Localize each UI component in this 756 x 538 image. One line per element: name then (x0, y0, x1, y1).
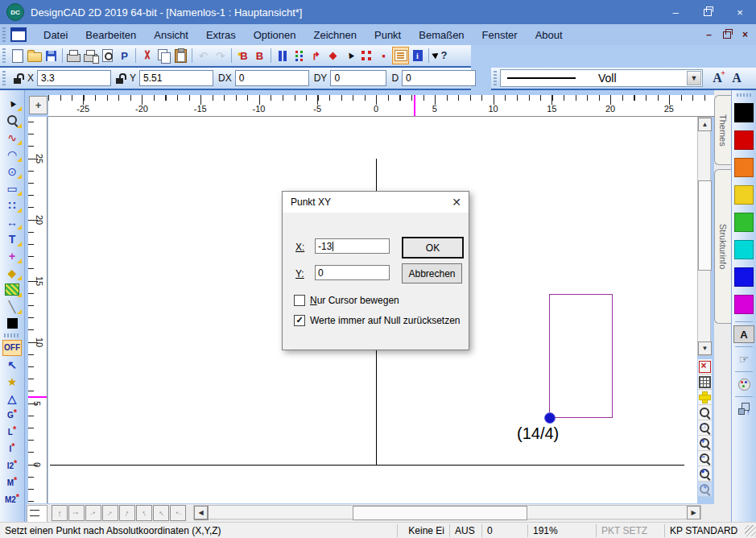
point-display-mode-button[interactable] (291, 47, 308, 64)
font-button[interactable]: A (733, 325, 754, 343)
menu-extras[interactable]: Extras (197, 29, 245, 41)
selection-handles-button[interactable] (358, 47, 375, 64)
drawn-point[interactable] (544, 412, 556, 424)
select-point-button[interactable]: ▪ (375, 47, 392, 64)
toolbar-grip[interactable] (2, 27, 6, 42)
coord-dy-input[interactable]: 0 (330, 70, 386, 86)
rectangle-tool-button[interactable]: ▭ (2, 180, 23, 197)
color-swatch[interactable] (734, 267, 754, 287)
coord-dx-input[interactable]: 0 (235, 70, 309, 86)
color-swatch[interactable] (734, 295, 754, 314)
pointer-hand-button[interactable]: ☞ (733, 350, 754, 368)
menu-bearbeiten[interactable]: Bearbeiten (76, 29, 145, 41)
snap-off-button[interactable]: OFF (2, 339, 23, 356)
move-cursor-only-checkbox[interactable] (294, 295, 305, 306)
mdi-restore-button[interactable] (723, 31, 731, 39)
menu-zeichnen[interactable]: Zeichnen (305, 29, 366, 41)
arrow-up-left-low-button[interactable]: ↑ (170, 505, 186, 521)
crosshair-toggle-button[interactable] (698, 390, 712, 405)
vertical-scrollbar[interactable]: ▲ ▼ (697, 117, 711, 356)
coord-d-input[interactable]: 0 (402, 70, 476, 86)
curve-tool-button[interactable]: ◠ (2, 146, 23, 163)
snap-midpoint-button[interactable]: M* (2, 474, 23, 491)
menu-punkt[interactable]: Punkt (366, 29, 410, 41)
reset-values-checkbox[interactable]: ✓ (294, 315, 305, 326)
scroll-left-button[interactable]: ◀ (194, 506, 208, 519)
arrow-up-right-steep-button[interactable]: ↑ (119, 505, 135, 521)
minimize-button[interactable]: – (659, 0, 692, 24)
hatch-tool-button[interactable] (2, 281, 23, 298)
lock-y-icon[interactable] (116, 73, 125, 84)
color-swatch[interactable] (734, 158, 754, 177)
print-preview-button[interactable] (82, 47, 99, 64)
color-swatch[interactable] (734, 240, 754, 259)
line-style-select[interactable]: Voll ▼ (500, 69, 703, 87)
toolbar-grip[interactable] (2, 71, 6, 85)
snap-line-button[interactable]: L* (2, 424, 23, 441)
color-palette-button[interactable] (733, 375, 754, 393)
dialog-title-bar[interactable]: Punkt XY ✕ (283, 192, 469, 213)
zoom-in-button[interactable]: + (698, 436, 712, 451)
toolbar-grip[interactable] (494, 71, 497, 85)
color-swatch[interactable] (734, 185, 754, 205)
tab-strukturinfo[interactable]: Strukturinfo (714, 169, 731, 324)
new-file-button[interactable] (9, 47, 26, 64)
x-input[interactable]: -13 (315, 238, 390, 254)
scroll-up-button[interactable]: ▲ (698, 118, 712, 131)
zoom-tool-button[interactable] (2, 112, 23, 129)
menu-datei[interactable]: Datei (35, 29, 76, 41)
text-attributes-button[interactable]: A (727, 69, 746, 87)
menu-bemaen[interactable]: Bemaßen (410, 29, 473, 41)
print-setup-button[interactable]: P (116, 47, 133, 64)
text-size-increase-button[interactable]: A+ (708, 69, 727, 87)
zoom-window-button[interactable]: □ (698, 420, 712, 436)
coord-x-input[interactable]: 3.3 (37, 70, 111, 86)
array-tool-button[interactable]: ∷ (2, 197, 23, 213)
resize-grip[interactable] (745, 525, 756, 536)
arrow-up-button[interactable]: ↑ (52, 505, 68, 521)
coord-y-input[interactable]: 5.51 (139, 70, 213, 86)
vertical-ruler[interactable]: 2520151050 (28, 117, 48, 503)
arrow-up-right-button[interactable]: ↑ (102, 505, 118, 521)
ruler-origin-button[interactable]: + (29, 96, 48, 114)
select-tool-button[interactable] (2, 95, 23, 112)
copy-button[interactable] (155, 47, 172, 64)
horizontal-ruler[interactable]: -25-20-15-10-50510152025 (48, 95, 715, 117)
color-swatch[interactable] (734, 130, 754, 150)
horizontal-scrollbar[interactable]: ◀ ▶ (193, 505, 701, 519)
lock-x-icon[interactable] (14, 73, 23, 84)
cancel-button[interactable]: Abbrechen (402, 263, 462, 283)
mdi-close-button[interactable]: × (742, 29, 748, 40)
new-block-button[interactable]: *B (234, 47, 251, 64)
menu-optionen[interactable]: Optionen (245, 29, 305, 41)
dialog-close-button[interactable]: ✕ (444, 192, 469, 213)
chevron-down-icon[interactable]: ▼ (687, 71, 701, 85)
menu-fenster[interactable]: Fenster (473, 29, 527, 41)
save-file-button[interactable] (43, 47, 60, 64)
menu-ansicht[interactable]: Ansicht (145, 29, 197, 41)
arrow-up-right-low-button[interactable]: ↑ (85, 505, 101, 521)
snap-midpoint-2-button[interactable]: M2* (2, 491, 23, 508)
mdi-minimize-button[interactable]: – (706, 29, 712, 40)
tab-themes[interactable]: Themes (714, 95, 731, 165)
mdi-child-icon[interactable] (10, 27, 27, 42)
zoom-out-button[interactable]: − (698, 451, 712, 466)
info-box-button[interactable] (409, 47, 426, 64)
linetype-tool-button[interactable]: ╲ (2, 298, 23, 315)
ortho-axes-button[interactable]: ↱ (308, 47, 324, 64)
color-swatch[interactable] (734, 103, 754, 122)
close-button[interactable]: × (724, 0, 756, 24)
ok-button[interactable]: OK (402, 237, 464, 259)
point-marker-button[interactable] (324, 47, 341, 64)
pause-render-button[interactable] (274, 47, 291, 64)
y-input[interactable]: 0 (315, 265, 390, 280)
cut-button[interactable] (138, 47, 155, 64)
current-color-button[interactable] (2, 315, 23, 332)
menu-about[interactable]: About (527, 29, 572, 41)
info-palette-button[interactable] (392, 47, 409, 64)
snap-gravity-button[interactable]: G* (2, 407, 23, 424)
section-tool-button[interactable]: ◆ (2, 264, 23, 281)
toolbar-grip[interactable] (737, 93, 751, 97)
grid-toggle-button[interactable] (698, 375, 712, 390)
dimension-tool-button[interactable]: ↔ (2, 213, 23, 230)
